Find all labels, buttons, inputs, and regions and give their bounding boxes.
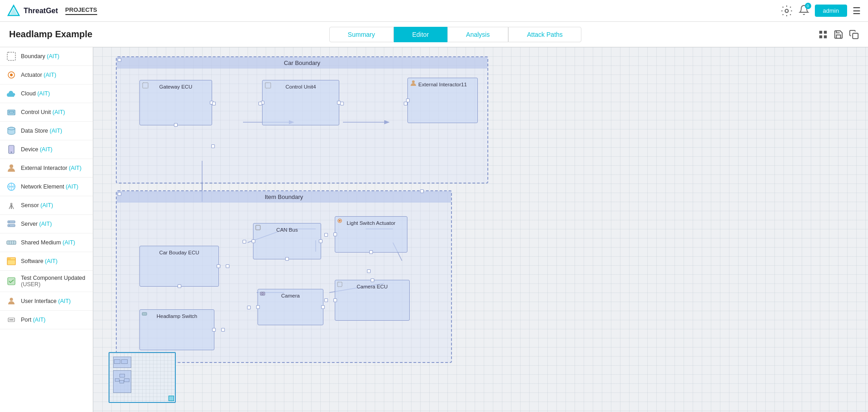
- svg-point-24: [10, 203, 13, 205]
- svg-rect-3: [819, 30, 822, 33]
- can-bus-icon: [255, 225, 261, 230]
- sidebar-item-shared-medium[interactable]: Shared Medium (AIT): [0, 233, 93, 252]
- control-unit4-icon: [265, 82, 271, 89]
- svg-rect-4: [824, 30, 827, 33]
- svg-point-40: [10, 319, 11, 321]
- menu-icon[interactable]: ☰: [853, 5, 861, 16]
- cbe-handle-r: [217, 264, 220, 268]
- nav-right: 0 admin ☰: [780, 5, 861, 17]
- sidebar-item-user-interface[interactable]: User Interface (AIT): [0, 292, 93, 311]
- sidebar-item-data-store[interactable]: Data Store (AIT): [0, 122, 93, 140]
- save-icon[interactable]: [833, 30, 843, 40]
- minimap-resize-handle[interactable]: [170, 397, 175, 402]
- port-icon: [6, 315, 16, 325]
- camera-node[interactable]: Camera: [258, 289, 323, 325]
- sidebar-item-external-interactor-label: External Interactor (AIT): [21, 165, 81, 171]
- ls-handle-b: [369, 250, 373, 254]
- cloud-icon: [6, 89, 16, 99]
- can-left-conn: [243, 240, 246, 243]
- notification-button[interactable]: 0: [799, 5, 809, 17]
- svg-point-35: [8, 258, 9, 259]
- sidebar-item-port-label: Port (AIT): [21, 317, 45, 323]
- minimap-canbus: [119, 374, 125, 377]
- conn-handle-gc-2: [258, 102, 262, 105]
- sidebar-item-sensor[interactable]: Sensor (AIT): [0, 196, 93, 215]
- header-actions: [818, 30, 859, 40]
- top-nav: ThreatGet PROJECTS 0 admin ☰: [0, 0, 868, 22]
- item-top-handle: [420, 189, 424, 193]
- nav-projects[interactable]: PROJECTS: [65, 6, 97, 15]
- item-boundary-label: Item Boundary: [117, 191, 451, 203]
- sensor-icon: [6, 200, 16, 210]
- canvas-area[interactable]: Car Boundary Gateway ECU: [93, 47, 868, 412]
- sidebar-item-external-interactor[interactable]: External Interactor (AIT): [0, 159, 93, 178]
- svg-rect-5: [819, 35, 822, 38]
- sidebar-item-server[interactable]: Server (AIT): [0, 215, 93, 233]
- svg-point-10: [10, 74, 13, 76]
- settings-icon[interactable]: [780, 5, 793, 17]
- light-switch-actuator-node[interactable]: Light Switch Actuator: [335, 216, 407, 253]
- boundary-icon: [6, 51, 16, 61]
- svg-rect-26: [8, 224, 15, 227]
- tab-summary[interactable]: Summary: [329, 27, 394, 42]
- svg-point-17: [10, 164, 13, 168]
- headlamp-switch-node[interactable]: Headlamp Switch: [139, 309, 214, 350]
- control-unit4-node[interactable]: Control Unit4: [262, 80, 339, 125]
- page-header: Headlamp Example Summary Editor Analysis…: [0, 22, 868, 47]
- can-bus-node[interactable]: CAN Bus: [253, 223, 321, 259]
- camera-ecu-icon: [337, 282, 342, 287]
- threatget-logo: [7, 5, 20, 17]
- sidebar-item-shared-medium-label: Shared Medium (AIT): [21, 239, 75, 246]
- can-bus-handle-l: [252, 239, 255, 243]
- copy-icon[interactable]: [849, 30, 859, 40]
- sidebar-item-network-element[interactable]: Network Element (AIT): [0, 178, 93, 196]
- logo-area: ThreatGet: [7, 5, 58, 17]
- grid-view-icon[interactable]: [818, 30, 828, 40]
- tab-analysis[interactable]: Analysis: [447, 27, 508, 42]
- external-interactor11-label: External Interactor11: [418, 82, 467, 87]
- car-bouday-ecu-node[interactable]: Car Bouday ECU: [139, 246, 219, 287]
- camera-ecu-label: Camera ECU: [357, 284, 387, 289]
- svg-rect-11: [8, 110, 15, 115]
- tabs-area: Summary Editor Analysis Attack Paths: [329, 27, 581, 42]
- tab-attack-paths[interactable]: Attack Paths: [508, 27, 581, 42]
- control-unit-icon: [6, 107, 16, 117]
- sidebar-item-device-label: Device (AIT): [21, 146, 52, 153]
- sidebar-item-port[interactable]: Port (AIT): [0, 311, 93, 329]
- svg-point-38: [10, 298, 13, 301]
- data-store-icon: [6, 126, 16, 136]
- sidebar-item-boundary[interactable]: Boundary (AIT): [0, 47, 93, 66]
- car-boundary-label: Car Boundary: [117, 57, 487, 69]
- sidebar-item-actuator[interactable]: Actuator (AIT): [0, 66, 93, 84]
- sidebar-item-test-component[interactable]: Test Component Updated (USER): [0, 271, 93, 292]
- gateway-ecu-node[interactable]: Gateway ECU: [139, 80, 212, 125]
- sidebar-item-cloud[interactable]: Cloud (AIT): [0, 84, 93, 103]
- main-layout: Boundary (AIT) Actuator (AIT) Cloud (AIT…: [0, 47, 868, 412]
- sidebar: Boundary (AIT) Actuator (AIT) Cloud (AIT…: [0, 47, 93, 412]
- sidebar-item-device[interactable]: Device (AIT): [0, 140, 93, 159]
- cecu-top-conn: [367, 269, 371, 273]
- page-title: Headlamp Example: [9, 29, 92, 40]
- boundary-handle-tl: [118, 58, 121, 62]
- sidebar-item-software[interactable]: Software (AIT): [0, 252, 93, 271]
- tab-editor[interactable]: Editor: [394, 27, 448, 42]
- sidebar-item-control-unit[interactable]: Control Unit (AIT): [0, 103, 93, 122]
- admin-button[interactable]: admin: [815, 5, 847, 17]
- shared-medium-icon: [6, 238, 16, 248]
- svg-rect-7: [853, 33, 858, 39]
- minimap-camera: [119, 380, 124, 383]
- minimap-gateway: [114, 359, 120, 364]
- svg-rect-8: [7, 52, 15, 60]
- light-switch-label: Light Switch Actuator: [347, 220, 395, 226]
- camera-ecu-node[interactable]: Camera ECU: [335, 280, 410, 321]
- headlamp-switch-icon: [142, 311, 147, 317]
- server-icon: [6, 219, 16, 229]
- minimap-camera-ecu: [124, 378, 129, 382]
- sidebar-item-network-element-label: Network Element (AIT): [21, 184, 78, 190]
- cbe-handle-b: [178, 284, 181, 288]
- svg-rect-54: [265, 83, 271, 88]
- can-bus-handle-b: [285, 257, 289, 261]
- external-interactor11-node[interactable]: External Interactor11: [407, 78, 478, 123]
- svg-point-28: [9, 225, 10, 226]
- car-bouday-ecu-label: Car Bouday ECU: [159, 250, 199, 255]
